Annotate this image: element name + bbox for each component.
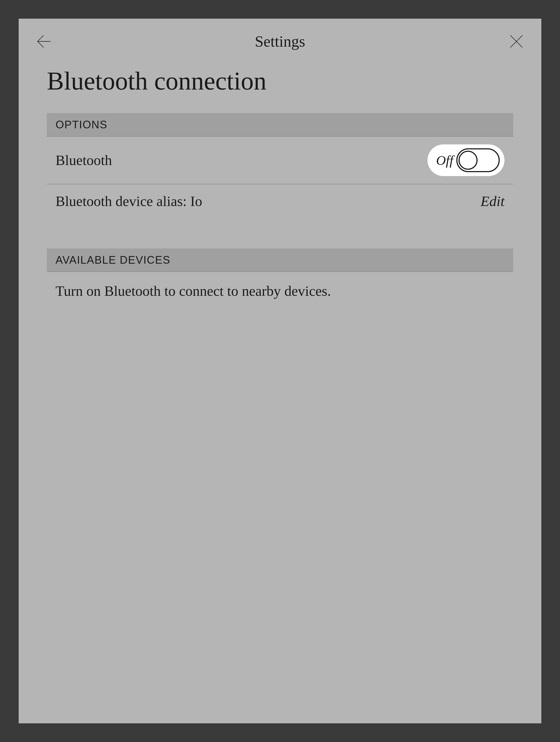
header-bar: Settings bbox=[19, 19, 541, 60]
close-icon bbox=[508, 33, 525, 50]
back-arrow-icon bbox=[35, 33, 52, 50]
toggle-track-icon bbox=[456, 148, 500, 172]
edit-alias-button[interactable]: Edit bbox=[480, 193, 505, 209]
available-devices-section-header: AVAILABLE DEVICES bbox=[47, 249, 513, 272]
content-area: OPTIONS Bluetooth Off Bluetooth device a… bbox=[19, 113, 541, 310]
close-button[interactable] bbox=[507, 32, 526, 51]
bluetooth-off-message: Turn on Bluetooth to connect to nearby d… bbox=[47, 272, 513, 310]
svg-line-2 bbox=[38, 41, 44, 48]
device-alias-row: Bluetooth device alias: Io Edit bbox=[47, 184, 513, 218]
bluetooth-label: Bluetooth bbox=[55, 152, 112, 168]
section-spacer bbox=[47, 218, 513, 249]
page-title: Bluetooth connection bbox=[19, 60, 541, 113]
bluetooth-toggle[interactable]: Off bbox=[427, 145, 505, 176]
bluetooth-toggle-row: Bluetooth Off bbox=[47, 137, 513, 184]
settings-panel: Settings Bluetooth connection OPTIONS Bl… bbox=[19, 19, 541, 723]
device-alias-label: Bluetooth device alias: Io bbox=[55, 193, 202, 209]
options-section-header: OPTIONS bbox=[47, 113, 513, 137]
header-title: Settings bbox=[53, 33, 507, 51]
svg-line-1 bbox=[38, 35, 44, 41]
toggle-state-label: Off bbox=[436, 153, 453, 168]
back-button[interactable] bbox=[34, 32, 53, 51]
toggle-thumb-icon bbox=[458, 151, 477, 170]
